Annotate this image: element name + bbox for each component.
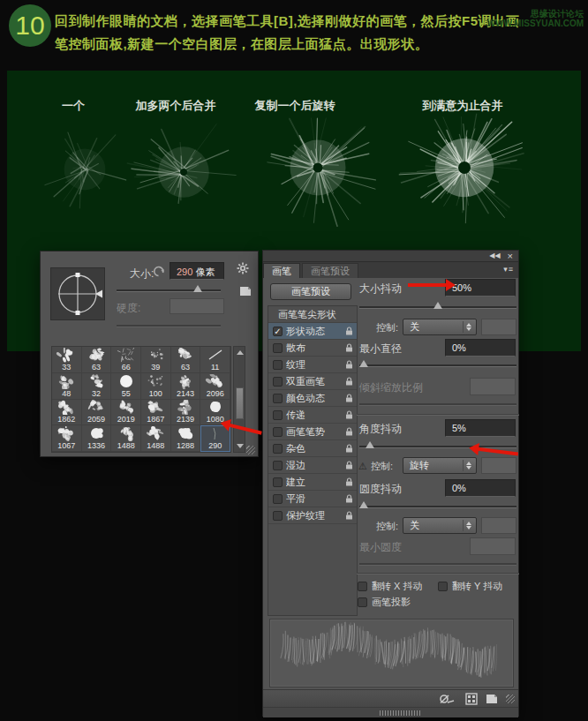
brush-angle-widget[interactable]: [50, 267, 105, 320]
scattering-checkbox[interactable]: [273, 343, 283, 353]
angle-control-dropdown[interactable]: 旋转: [403, 457, 477, 474]
gear-icon[interactable]: [237, 262, 249, 278]
brush-preset-32[interactable]: 32: [82, 373, 112, 400]
option-label: 杂色: [286, 442, 342, 455]
brush-preset-11[interactable]: 11: [200, 347, 230, 373]
brush-preset-33[interactable]: 33: [52, 347, 82, 373]
brush-preset-2139[interactable]: 2139: [171, 400, 201, 426]
size-input[interactable]: 290 像素: [170, 262, 224, 280]
brush-preset-2019[interactable]: 2019: [111, 400, 141, 426]
min-diameter-input[interactable]: 0%: [445, 339, 516, 357]
option-scattering[interactable]: 散布: [268, 340, 357, 357]
brush-preset-1488[interactable]: 1488: [141, 425, 171, 452]
build-up-checkbox[interactable]: [273, 477, 283, 487]
flip-x-checkbox[interactable]: [358, 582, 367, 591]
option-brush-pose[interactable]: 画笔笔势: [268, 424, 357, 440]
brush-preset-55[interactable]: 55: [111, 373, 141, 400]
brush-preset-66[interactable]: 66: [111, 347, 141, 373]
collapse-panel-icon[interactable]: ◀◀: [489, 252, 500, 259]
min-diameter-slider[interactable]: [359, 363, 516, 367]
scroll-thumb[interactable]: [236, 387, 244, 419]
flip-y-checkbox-row: 翻转 Y 抖动: [438, 580, 502, 593]
brush-preset-2059[interactable]: 2059: [82, 400, 112, 426]
lock-icon: [345, 343, 353, 352]
picker-resize-grip[interactable]: [246, 446, 255, 454]
drag-handle-icon[interactable]: [380, 710, 420, 716]
scroll-down-icon[interactable]: [237, 444, 244, 448]
option-smoothing[interactable]: 平滑: [268, 491, 357, 507]
brush-preset-100[interactable]: 100: [141, 373, 171, 400]
lock-icon: [345, 444, 353, 453]
brush-projection-checkbox[interactable]: [358, 597, 367, 607]
brush-thumbnail-icon: [145, 400, 166, 415]
option-build-up[interactable]: 建立: [268, 474, 357, 491]
option-noise[interactable]: 杂色: [268, 440, 357, 457]
panel-menu-icon[interactable]: ▾≡: [503, 265, 514, 274]
option-color-dynamics[interactable]: 颜色动态: [268, 390, 357, 407]
lock-icon: [345, 477, 353, 486]
new-preset-icon[interactable]: [238, 285, 252, 301]
brush-thumbnail-icon: [116, 400, 137, 415]
brush-thumbnail-icon: [145, 426, 166, 441]
size-jitter-slider[interactable]: [359, 304, 516, 309]
brush-size-number: 2059: [87, 415, 105, 424]
option-label: 纹理: [286, 358, 342, 372]
roundness-jitter-slider[interactable]: [359, 504, 516, 508]
option-transfer[interactable]: 传递: [268, 407, 357, 424]
angle-jitter-input[interactable]: 5%: [445, 419, 516, 437]
scroll-up-icon[interactable]: [237, 350, 244, 355]
dual-brush-checkbox[interactable]: [273, 377, 283, 387]
annotation-arrow-size-jitter: [408, 279, 456, 291]
brush-preset-2096[interactable]: 2096: [200, 373, 230, 400]
shape-dynamics-checkbox[interactable]: ✓: [273, 327, 283, 336]
min-roundness-slider: [359, 561, 516, 566]
lock-icon: [345, 511, 353, 520]
brush-preset-1336[interactable]: 1336: [82, 425, 112, 452]
option-wet-edges[interactable]: 湿边: [268, 457, 357, 474]
brush-preset-1862[interactable]: 1862: [52, 400, 82, 426]
brush-size-number: 2139: [177, 415, 194, 424]
brush-preset-1488[interactable]: 1488: [111, 425, 141, 452]
flip-y-checkbox[interactable]: [438, 582, 448, 591]
stroke-preview: [269, 619, 514, 687]
brush-preset-1288[interactable]: 1288: [171, 425, 201, 452]
wet-edges-checkbox[interactable]: [273, 461, 283, 470]
brush-preset-63[interactable]: 63: [82, 347, 112, 373]
option-brush-tip-shape[interactable]: 画笔笔尖形状: [268, 306, 357, 323]
noise-checkbox[interactable]: [273, 444, 283, 454]
roundness-jitter-input[interactable]: 0%: [445, 479, 516, 497]
option-shape-dynamics[interactable]: ✓形状动态: [268, 323, 357, 340]
smoothing-checkbox[interactable]: [273, 494, 283, 504]
close-panel-icon[interactable]: ×: [508, 252, 513, 260]
size-control-dropdown[interactable]: 关: [403, 319, 477, 335]
stepper-icon: [463, 460, 474, 471]
option-texture[interactable]: 纹理: [268, 357, 357, 373]
protect-texture-checkbox[interactable]: [273, 511, 283, 521]
transfer-checkbox[interactable]: [273, 410, 283, 420]
picker-scrollbar[interactable]: [233, 346, 245, 453]
brush-presets-button[interactable]: 画笔预设: [270, 283, 351, 300]
brush-preset-39[interactable]: 39: [141, 347, 171, 373]
instruction-line-2: 笔控制面板,新建一个空白图层，在图层上面猛点。出现形状。: [55, 33, 549, 56]
brush-pose-checkbox[interactable]: [273, 427, 283, 437]
color-dynamics-checkbox[interactable]: [273, 394, 283, 403]
brush-preset-48[interactable]: 48: [52, 373, 82, 400]
option-label: 形状动态: [286, 325, 342, 338]
size-slider[interactable]: [117, 288, 221, 292]
tilt-scale-label: 倾斜缩放比例: [359, 379, 423, 396]
min-diameter-label: 最小直径: [359, 340, 402, 357]
size-jitter-input[interactable]: 50%: [445, 279, 516, 297]
option-dual-brush[interactable]: 双重画笔: [268, 373, 357, 390]
option-protect-texture[interactable]: 保护纹理: [268, 507, 357, 524]
tutorial-page: 10 回到制作眼睛的文档，选择画笔工具[B],选择刚做好的画笔，然后按F5调出画…: [0, 0, 588, 721]
roundness-control-dropdown[interactable]: 关: [403, 517, 477, 534]
panel-resize-grip[interactable]: [506, 695, 515, 703]
reset-size-icon[interactable]: [152, 264, 166, 282]
brush-preset-1067[interactable]: 1067: [52, 425, 82, 452]
brush-preset-2143[interactable]: 2143: [171, 373, 201, 400]
texture-checkbox[interactable]: [273, 360, 283, 370]
brush-preset-1867[interactable]: 1867: [141, 400, 171, 426]
brush-preset-63[interactable]: 63: [171, 347, 201, 373]
tab-brush[interactable]: 画笔: [263, 263, 300, 278]
tab-brush-presets[interactable]: 画笔预设: [302, 263, 358, 278]
